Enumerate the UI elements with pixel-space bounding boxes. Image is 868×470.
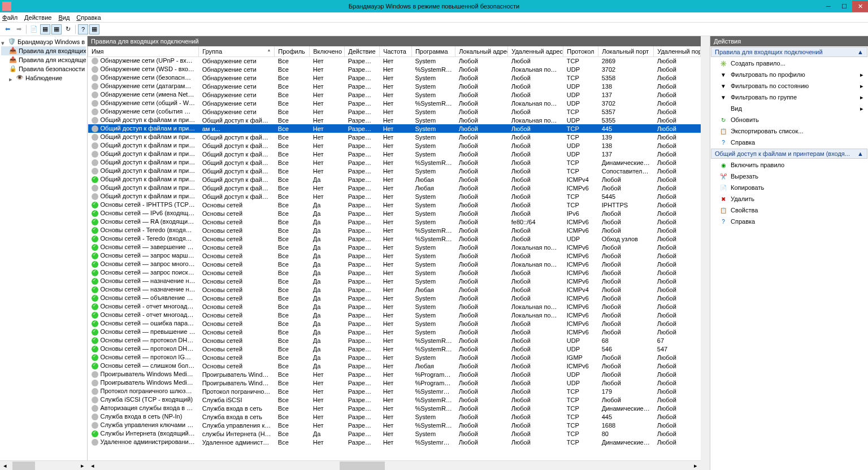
action-help[interactable]: ?Справка	[710, 137, 868, 148]
tree-monitoring[interactable]: ▸👁️Наблюдение	[1, 73, 86, 82]
rule-row[interactable]: Основы сетей — ошибка параметра (в...Осн…	[88, 319, 701, 328]
rule-row[interactable]: Авторизация службы входа в сеть (RPC)Слу…	[88, 404, 701, 412]
column-header[interactable]: Действие	[345, 46, 380, 56]
column-header[interactable]: Программа	[411, 46, 455, 56]
menu-view[interactable]: Вид	[58, 14, 70, 21]
tool-icon[interactable]: ▦	[51, 24, 62, 34]
rule-row[interactable]: Общий доступ к файлам и принтерам ...Общ…	[88, 141, 701, 150]
rule-row[interactable]: Обнаружение сети (UPnP - входящий)Обнару…	[88, 56, 701, 65]
rule-row[interactable]: Основы сетей - IPHTTPS (TCP - входящ...О…	[88, 201, 701, 209]
tool-icon[interactable]: ▦	[89, 24, 99, 34]
tree-scrollbar[interactable]: ◂▸	[0, 460, 88, 470]
menu-help[interactable]: Справка	[76, 14, 101, 21]
grid-h-scrollbar[interactable]: ◂▸	[88, 460, 701, 470]
action-view[interactable]: Вид▸	[710, 103, 868, 114]
rule-row[interactable]: Общий доступ к файлам и принтерам ...Общ…	[88, 184, 701, 192]
rule-row[interactable]: Основы сетей — объявление поиска с...Осн…	[88, 294, 701, 302]
maximize-button[interactable]: ☐	[836, 1, 852, 12]
action-filter-group[interactable]: ▼Фильтровать по группе▸	[710, 92, 868, 103]
rule-row[interactable]: Основы сетей — завершение многоад...Осно…	[88, 243, 701, 251]
rule-row[interactable]: Основы сетей - Teredo (входящий траф...О…	[88, 234, 701, 243]
rule-row[interactable]: Общий доступ к файлам и принтерам ...Общ…	[88, 150, 701, 158]
menu-action[interactable]: Действие	[24, 14, 51, 21]
column-header[interactable]: Локальный адрес	[455, 46, 508, 56]
rule-row[interactable]: Основы сетей — назначение недостиж...Осн…	[88, 285, 701, 294]
rule-row[interactable]: Основы сетей — назначение недостиж...Осн…	[88, 277, 701, 285]
rule-row[interactable]: Общий доступ к файлам и принтерам ...Общ…	[88, 167, 701, 175]
tree-outbound[interactable]: 📤Правила для исходящего п	[1, 55, 86, 64]
action-refresh[interactable]: ↻Обновить	[710, 114, 868, 125]
column-header[interactable]: Удаленный пор	[654, 46, 701, 56]
rule-row[interactable]: Служба управления ключами (входящ...Служ…	[88, 421, 701, 429]
action-filter-state[interactable]: ▼Фильтровать по состоянию▸	[710, 80, 868, 92]
rule-row[interactable]: Удаленное администрирование COM+ ...Удал…	[88, 438, 701, 446]
rule-row[interactable]: Обнаружение сети (события WSD - вхо...Об…	[88, 107, 701, 116]
column-header[interactable]: Протокол	[563, 46, 598, 56]
rule-row[interactable]: Основы сетей — протокол DHCPv6 (Dy...Осн…	[88, 345, 701, 353]
column-header[interactable]: Профиль	[275, 46, 310, 56]
action-filter-profile[interactable]: ▼Фильтровать по профилю▸	[710, 69, 868, 80]
rule-row[interactable]: Основы сетей — слишком большой р...Основ…	[88, 362, 701, 370]
rule-row[interactable]: Основы сетей — запрос многоадресно...Осн…	[88, 260, 701, 268]
rule-row[interactable]: Служба iSCSI (TCP - входящий)Служба iSCS…	[88, 395, 701, 404]
tree-root[interactable]: ▾🛡️Брандмауэр Windows в режи	[1, 37, 86, 46]
action-cut[interactable]: ✂️Вырезать	[710, 171, 868, 182]
rule-row[interactable]: Общий доступ к файлам и принтерам ...Общ…	[88, 192, 701, 201]
action-help2[interactable]: ?Справка	[710, 216, 868, 227]
action-delete[interactable]: ✖Удалить	[710, 193, 868, 204]
rules-grid[interactable]: ИмяГруппа▲ПрофильВключеноДействиеЧастота…	[88, 46, 701, 460]
rule-row[interactable]: Основы сетей — IPv6 (входящий трафи...Ос…	[88, 209, 701, 217]
action-new-rule[interactable]: ✳️Создать правило...	[710, 58, 868, 69]
column-header[interactable]: Частота	[380, 46, 412, 56]
action-enable[interactable]: ◉Включить правило	[710, 159, 868, 171]
back-button[interactable]: ⬅	[2, 24, 12, 34]
action-export[interactable]: 📋Экспортировать список...	[710, 125, 868, 137]
close-button[interactable]: ✕	[852, 1, 868, 12]
rule-row[interactable]: Обнаружение сети (датаграммы NetBi...Обн…	[88, 82, 701, 90]
column-header[interactable]: Имя	[88, 46, 199, 56]
tree-inbound[interactable]: 📥Правила для входящих по	[1, 46, 86, 55]
rule-row[interactable]: Общий доступ к файлам и принтерам ...Общ…	[88, 133, 701, 141]
rule-row[interactable]: Обнаружение сети (безопасные событ...Обн…	[88, 73, 701, 82]
rule-row[interactable]: Общий доступ к файлам и принтерам ...Общ…	[88, 158, 701, 167]
rule-row[interactable]: Обнаружение сети (имена NetBios - в...Об…	[88, 90, 701, 99]
rule-row[interactable]: Основы сетей — запрос маршрута (вх...Осн…	[88, 251, 701, 260]
menu-file[interactable]: Файл	[2, 14, 18, 21]
tree-connsec[interactable]: 🔒Правила безопасности по	[1, 64, 86, 73]
rule-status-icon	[92, 66, 98, 73]
rule-row[interactable]: Основы сетей — запрос поиска соседе...Ос…	[88, 268, 701, 277]
rule-row[interactable]: Службы Интернета (входящий трафик ...слу…	[88, 429, 701, 438]
column-header[interactable]: Удаленный адрес	[508, 46, 563, 56]
grid-v-scrollbar[interactable]	[701, 36, 710, 470]
action-properties[interactable]: 📋Свойства	[710, 204, 868, 216]
rule-row[interactable]: Основы сетей - отчет многоадресного ...О…	[88, 302, 701, 311]
nav-tree[interactable]: ▾🛡️Брандмауэр Windows в режи 📥Правила дл…	[0, 36, 88, 470]
forward-button[interactable]: ➡	[14, 24, 24, 34]
action-copy[interactable]: 📄Копировать	[710, 182, 868, 193]
rule-row[interactable]: Обнаружение сети (общий - WSD - вхо...Об…	[88, 99, 701, 107]
rule-row[interactable]: Общий доступ к файлам и принтерам ...Общ…	[88, 116, 701, 124]
rule-row[interactable]: Основы сетей — превышение времен...Основ…	[88, 328, 701, 336]
rule-row[interactable]: Общий доступ к файлам и принтерам (входя…	[88, 124, 701, 133]
column-header[interactable]: Локальный порт	[598, 46, 654, 56]
rule-row[interactable]: Основы сетей - отчет многоадресного ...О…	[88, 311, 701, 319]
rule-row[interactable]: Основы сетей — RA (входящий трафик...Осн…	[88, 217, 701, 226]
help-icon: ?	[719, 138, 727, 146]
rule-row[interactable]: Общий доступ к файлам и принтерам ...Общ…	[88, 175, 701, 184]
rule-row[interactable]: Основы сетей — протокол DHCP (Dyna...Осн…	[88, 336, 701, 345]
rule-row[interactable]: Основы сетей - Teredo (входящий траф...О…	[88, 226, 701, 234]
rule-row[interactable]: Проигрыватель Windows Media x86 (U...Про…	[88, 378, 701, 387]
tool-icon[interactable]: ▦	[40, 24, 50, 34]
rule-row[interactable]: Основы сетей — протокол IGMP (входя...Ос…	[88, 353, 701, 362]
column-header[interactable]: Группа▲	[199, 46, 275, 56]
rule-row[interactable]: Обнаружение сети (WSD - входящий)Обнаруж…	[88, 65, 701, 73]
column-header[interactable]: Включено	[310, 46, 345, 56]
minimize-button[interactable]: ─	[821, 1, 836, 12]
rule-row[interactable]: Проигрыватель Windows Media (UDP -...Про…	[88, 370, 701, 378]
rule-row[interactable]: Служба входа в сеть (NP-In)Служба входа …	[88, 412, 701, 421]
tool-icon[interactable]: 📄	[29, 24, 39, 34]
tool-icon[interactable]: ↻	[63, 24, 73, 34]
rule-status-icon	[92, 303, 98, 310]
rule-row[interactable]: Протокол пограничного шлюза (BGP ...Прот…	[88, 387, 701, 395]
tool-icon[interactable]: ?	[78, 24, 88, 34]
